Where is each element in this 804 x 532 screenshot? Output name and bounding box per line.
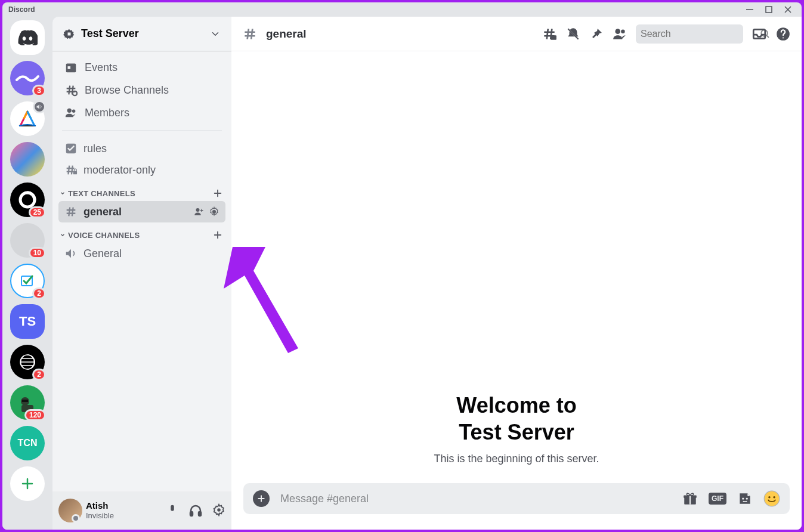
svg-rect-6 <box>22 400 28 402</box>
user-avatar[interactable] <box>58 499 82 522</box>
user-name: Atish <box>86 500 162 511</box>
notification-badge: 2 <box>32 369 46 381</box>
sidebar-members[interactable]: Members <box>58 101 225 124</box>
svg-rect-7 <box>66 64 76 73</box>
category-label: VOICE CHANNELS <box>68 231 212 240</box>
chevron-down-icon <box>60 190 68 196</box>
channel-general[interactable]: general <box>58 201 225 222</box>
rail-server[interactable]: TS <box>10 304 45 339</box>
svg-point-32 <box>773 496 775 499</box>
emoji-icon[interactable] <box>763 490 780 507</box>
user-info[interactable]: Atish Invisible <box>86 500 162 521</box>
hash-icon <box>64 205 78 218</box>
svg-point-20 <box>615 29 620 34</box>
channel-label: general <box>84 206 122 218</box>
welcome-message: Welcome toTest Server This is the beginn… <box>231 392 802 483</box>
svg-rect-17 <box>199 512 201 516</box>
rail-server[interactable] <box>10 101 45 136</box>
channel-label: General <box>84 248 122 260</box>
sidebar-link-label: Browse Channels <box>85 84 169 97</box>
svg-point-31 <box>768 496 771 499</box>
gif-button[interactable]: GIF <box>709 493 726 505</box>
rail-server[interactable] <box>10 142 45 177</box>
message-input[interactable] <box>280 493 672 505</box>
svg-rect-0 <box>766 7 772 13</box>
rail-server[interactable]: 3 <box>10 61 45 95</box>
channel-title: general <box>266 27 307 41</box>
sidebar-browse-channels[interactable]: Browse Channels <box>58 79 225 101</box>
deafen-button[interactable] <box>188 503 203 518</box>
message-composer: GIF <box>243 483 790 514</box>
calendar-icon <box>64 61 78 74</box>
threads-icon[interactable] <box>542 26 557 42</box>
category-text-channels[interactable]: TEXT CHANNELS <box>58 181 225 201</box>
user-settings-button[interactable] <box>212 503 225 518</box>
channel-rules[interactable]: rules <box>58 138 225 159</box>
invite-people-icon[interactable] <box>193 206 204 217</box>
user-panel: Atish Invisible <box>52 491 231 530</box>
category-label: TEXT CHANNELS <box>68 189 212 198</box>
inbox-icon[interactable] <box>752 26 767 42</box>
sidebar-link-label: Events <box>85 61 117 74</box>
welcome-line2: Test Server <box>459 420 574 444</box>
welcome-line1: Welcome to <box>456 393 576 417</box>
svg-rect-16 <box>190 512 193 516</box>
notifications-icon[interactable] <box>565 26 581 42</box>
svg-rect-8 <box>68 66 71 69</box>
window-close-icon[interactable] <box>784 5 792 14</box>
titlebar: Discord <box>2 2 802 17</box>
pinned-messages-icon[interactable] <box>589 27 604 41</box>
channel-label: rules <box>84 143 107 155</box>
status-indicator-icon <box>72 514 80 522</box>
mute-mic-button[interactable] <box>166 503 179 518</box>
hash-icon <box>242 26 258 42</box>
member-list-icon[interactable] <box>612 26 627 42</box>
rail-server[interactable]: 25 <box>10 183 45 217</box>
speaker-icon <box>64 247 78 260</box>
channel-settings-icon[interactable] <box>209 206 219 217</box>
svg-rect-27 <box>689 496 691 505</box>
rail-home[interactable] <box>10 20 45 55</box>
help-icon[interactable] <box>775 26 791 42</box>
add-server-button[interactable] <box>10 466 45 501</box>
channel-sidebar: Test Server Events Browse Channels Membe… <box>52 17 231 530</box>
gift-icon[interactable] <box>682 491 698 506</box>
rail-server[interactable]: 10 <box>10 223 45 258</box>
svg-point-29 <box>746 497 748 499</box>
server-name: Test Server <box>81 27 210 40</box>
notification-badge: 3 <box>32 85 46 97</box>
server-badge-icon <box>63 28 75 40</box>
search-box[interactable] <box>636 24 743 44</box>
channel-moderator-only[interactable]: moderator-only <box>58 159 225 181</box>
rail-server[interactable]: TCN <box>10 426 45 460</box>
notification-badge: 10 <box>29 247 46 259</box>
svg-point-11 <box>72 110 76 113</box>
rail-server[interactable]: 2 <box>10 264 45 298</box>
chevron-down-icon <box>210 29 221 39</box>
svg-point-9 <box>73 91 77 95</box>
svg-point-14 <box>196 208 200 212</box>
rules-icon <box>64 142 78 155</box>
notification-badge: 25 <box>29 206 46 218</box>
sidebar-events[interactable]: Events <box>58 56 225 79</box>
window-maximize-icon[interactable] <box>765 5 773 14</box>
welcome-subtitle: This is the beginning of this server. <box>231 453 802 465</box>
create-channel-button[interactable] <box>212 230 223 240</box>
hash-lock-icon <box>64 163 78 177</box>
server-rail: 3 25 10 2 TS 2 120 TCN <box>2 17 52 530</box>
notification-badge: 120 <box>24 409 46 421</box>
attach-button[interactable] <box>253 490 270 507</box>
chat-area: Welcome toTest Server This is the beginn… <box>231 51 802 530</box>
rail-server[interactable]: 120 <box>10 385 45 420</box>
create-channel-button[interactable] <box>212 188 223 199</box>
category-voice-channels[interactable]: VOICE CHANNELS <box>58 222 225 243</box>
search-input[interactable] <box>641 29 760 39</box>
speaker-icon <box>33 100 46 113</box>
members-icon <box>64 106 78 119</box>
voice-channel-general[interactable]: General <box>58 243 225 264</box>
sticker-icon[interactable] <box>737 491 753 506</box>
window-minimize-icon[interactable] <box>746 5 754 14</box>
server-header[interactable]: Test Server <box>52 17 231 51</box>
user-status: Invisible <box>86 511 162 521</box>
rail-server[interactable]: 2 <box>10 345 45 379</box>
